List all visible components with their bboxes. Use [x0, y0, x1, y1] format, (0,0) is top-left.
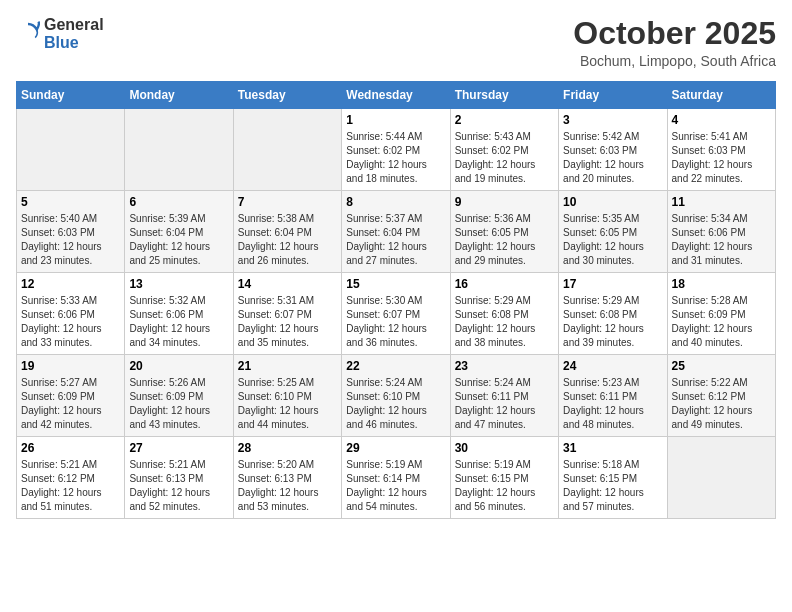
calendar-week-3: 12Sunrise: 5:33 AMSunset: 6:06 PMDayligh… — [17, 273, 776, 355]
day-info: Sunrise: 5:21 AMSunset: 6:13 PMDaylight:… — [129, 458, 228, 514]
calendar-cell-w1-d1 — [17, 109, 125, 191]
day-number: 23 — [455, 359, 554, 373]
day-info: Sunrise: 5:33 AMSunset: 6:06 PMDaylight:… — [21, 294, 120, 350]
calendar-cell-w2-d4: 8Sunrise: 5:37 AMSunset: 6:04 PMDaylight… — [342, 191, 450, 273]
calendar-cell-w4-d4: 22Sunrise: 5:24 AMSunset: 6:10 PMDayligh… — [342, 355, 450, 437]
header-thursday: Thursday — [450, 82, 558, 109]
day-info: Sunrise: 5:43 AMSunset: 6:02 PMDaylight:… — [455, 130, 554, 186]
day-number: 31 — [563, 441, 662, 455]
day-number: 20 — [129, 359, 228, 373]
day-info: Sunrise: 5:37 AMSunset: 6:04 PMDaylight:… — [346, 212, 445, 268]
day-number: 2 — [455, 113, 554, 127]
calendar-cell-w3-d4: 15Sunrise: 5:30 AMSunset: 6:07 PMDayligh… — [342, 273, 450, 355]
day-number: 9 — [455, 195, 554, 209]
day-number: 22 — [346, 359, 445, 373]
day-info: Sunrise: 5:28 AMSunset: 6:09 PMDaylight:… — [672, 294, 771, 350]
calendar-cell-w1-d2 — [125, 109, 233, 191]
calendar-cell-w3-d2: 13Sunrise: 5:32 AMSunset: 6:06 PMDayligh… — [125, 273, 233, 355]
day-info: Sunrise: 5:30 AMSunset: 6:07 PMDaylight:… — [346, 294, 445, 350]
day-number: 12 — [21, 277, 120, 291]
calendar-week-1: 1Sunrise: 5:44 AMSunset: 6:02 PMDaylight… — [17, 109, 776, 191]
day-number: 25 — [672, 359, 771, 373]
day-number: 8 — [346, 195, 445, 209]
calendar-cell-w5-d1: 26Sunrise: 5:21 AMSunset: 6:12 PMDayligh… — [17, 437, 125, 519]
calendar-cell-w3-d5: 16Sunrise: 5:29 AMSunset: 6:08 PMDayligh… — [450, 273, 558, 355]
month-title: October 2025 — [573, 16, 776, 51]
calendar-cell-w5-d5: 30Sunrise: 5:19 AMSunset: 6:15 PMDayligh… — [450, 437, 558, 519]
logo: General Blue — [16, 16, 104, 51]
calendar-cell-w5-d7 — [667, 437, 775, 519]
day-info: Sunrise: 5:25 AMSunset: 6:10 PMDaylight:… — [238, 376, 337, 432]
day-info: Sunrise: 5:21 AMSunset: 6:12 PMDaylight:… — [21, 458, 120, 514]
day-number: 21 — [238, 359, 337, 373]
day-number: 19 — [21, 359, 120, 373]
day-info: Sunrise: 5:19 AMSunset: 6:14 PMDaylight:… — [346, 458, 445, 514]
logo-general: General — [44, 16, 104, 34]
day-number: 29 — [346, 441, 445, 455]
calendar-cell-w3-d6: 17Sunrise: 5:29 AMSunset: 6:08 PMDayligh… — [559, 273, 667, 355]
day-info: Sunrise: 5:18 AMSunset: 6:15 PMDaylight:… — [563, 458, 662, 514]
location-subtitle: Bochum, Limpopo, South Africa — [573, 53, 776, 69]
day-number: 5 — [21, 195, 120, 209]
calendar-cell-w5-d3: 28Sunrise: 5:20 AMSunset: 6:13 PMDayligh… — [233, 437, 341, 519]
header-saturday: Saturday — [667, 82, 775, 109]
calendar-cell-w2-d7: 11Sunrise: 5:34 AMSunset: 6:06 PMDayligh… — [667, 191, 775, 273]
calendar-cell-w2-d2: 6Sunrise: 5:39 AMSunset: 6:04 PMDaylight… — [125, 191, 233, 273]
day-info: Sunrise: 5:19 AMSunset: 6:15 PMDaylight:… — [455, 458, 554, 514]
day-info: Sunrise: 5:22 AMSunset: 6:12 PMDaylight:… — [672, 376, 771, 432]
day-number: 17 — [563, 277, 662, 291]
calendar-cell-w2-d5: 9Sunrise: 5:36 AMSunset: 6:05 PMDaylight… — [450, 191, 558, 273]
calendar-cell-w4-d1: 19Sunrise: 5:27 AMSunset: 6:09 PMDayligh… — [17, 355, 125, 437]
day-info: Sunrise: 5:36 AMSunset: 6:05 PMDaylight:… — [455, 212, 554, 268]
calendar-cell-w1-d4: 1Sunrise: 5:44 AMSunset: 6:02 PMDaylight… — [342, 109, 450, 191]
day-info: Sunrise: 5:42 AMSunset: 6:03 PMDaylight:… — [563, 130, 662, 186]
logo-icon — [16, 20, 40, 44]
header-friday: Friday — [559, 82, 667, 109]
day-info: Sunrise: 5:29 AMSunset: 6:08 PMDaylight:… — [455, 294, 554, 350]
calendar-week-5: 26Sunrise: 5:21 AMSunset: 6:12 PMDayligh… — [17, 437, 776, 519]
day-number: 1 — [346, 113, 445, 127]
calendar-cell-w5-d2: 27Sunrise: 5:21 AMSunset: 6:13 PMDayligh… — [125, 437, 233, 519]
day-info: Sunrise: 5:24 AMSunset: 6:10 PMDaylight:… — [346, 376, 445, 432]
day-number: 4 — [672, 113, 771, 127]
day-number: 28 — [238, 441, 337, 455]
day-info: Sunrise: 5:23 AMSunset: 6:11 PMDaylight:… — [563, 376, 662, 432]
calendar-cell-w2-d6: 10Sunrise: 5:35 AMSunset: 6:05 PMDayligh… — [559, 191, 667, 273]
calendar-week-4: 19Sunrise: 5:27 AMSunset: 6:09 PMDayligh… — [17, 355, 776, 437]
day-number: 11 — [672, 195, 771, 209]
day-info: Sunrise: 5:20 AMSunset: 6:13 PMDaylight:… — [238, 458, 337, 514]
day-info: Sunrise: 5:29 AMSunset: 6:08 PMDaylight:… — [563, 294, 662, 350]
calendar-header-row: Sunday Monday Tuesday Wednesday Thursday… — [17, 82, 776, 109]
day-number: 3 — [563, 113, 662, 127]
calendar-cell-w4-d2: 20Sunrise: 5:26 AMSunset: 6:09 PMDayligh… — [125, 355, 233, 437]
calendar-cell-w5-d4: 29Sunrise: 5:19 AMSunset: 6:14 PMDayligh… — [342, 437, 450, 519]
title-area: October 2025 Bochum, Limpopo, South Afri… — [573, 16, 776, 69]
day-info: Sunrise: 5:44 AMSunset: 6:02 PMDaylight:… — [346, 130, 445, 186]
day-info: Sunrise: 5:38 AMSunset: 6:04 PMDaylight:… — [238, 212, 337, 268]
calendar-cell-w1-d7: 4Sunrise: 5:41 AMSunset: 6:03 PMDaylight… — [667, 109, 775, 191]
calendar-cell-w1-d5: 2Sunrise: 5:43 AMSunset: 6:02 PMDaylight… — [450, 109, 558, 191]
calendar-cell-w4-d5: 23Sunrise: 5:24 AMSunset: 6:11 PMDayligh… — [450, 355, 558, 437]
calendar-cell-w3-d1: 12Sunrise: 5:33 AMSunset: 6:06 PMDayligh… — [17, 273, 125, 355]
day-number: 30 — [455, 441, 554, 455]
header-tuesday: Tuesday — [233, 82, 341, 109]
calendar-cell-w3-d3: 14Sunrise: 5:31 AMSunset: 6:07 PMDayligh… — [233, 273, 341, 355]
day-info: Sunrise: 5:26 AMSunset: 6:09 PMDaylight:… — [129, 376, 228, 432]
calendar-cell-w2-d3: 7Sunrise: 5:38 AMSunset: 6:04 PMDaylight… — [233, 191, 341, 273]
day-info: Sunrise: 5:32 AMSunset: 6:06 PMDaylight:… — [129, 294, 228, 350]
calendar-cell-w4-d6: 24Sunrise: 5:23 AMSunset: 6:11 PMDayligh… — [559, 355, 667, 437]
day-number: 14 — [238, 277, 337, 291]
header-monday: Monday — [125, 82, 233, 109]
day-info: Sunrise: 5:40 AMSunset: 6:03 PMDaylight:… — [21, 212, 120, 268]
logo-blue: Blue — [44, 34, 104, 52]
day-number: 18 — [672, 277, 771, 291]
day-info: Sunrise: 5:35 AMSunset: 6:05 PMDaylight:… — [563, 212, 662, 268]
day-info: Sunrise: 5:41 AMSunset: 6:03 PMDaylight:… — [672, 130, 771, 186]
calendar-cell-w2-d1: 5Sunrise: 5:40 AMSunset: 6:03 PMDaylight… — [17, 191, 125, 273]
header-wednesday: Wednesday — [342, 82, 450, 109]
page-header: General Blue October 2025 Bochum, Limpop… — [16, 16, 776, 69]
day-number: 26 — [21, 441, 120, 455]
day-number: 7 — [238, 195, 337, 209]
day-info: Sunrise: 5:39 AMSunset: 6:04 PMDaylight:… — [129, 212, 228, 268]
header-sunday: Sunday — [17, 82, 125, 109]
